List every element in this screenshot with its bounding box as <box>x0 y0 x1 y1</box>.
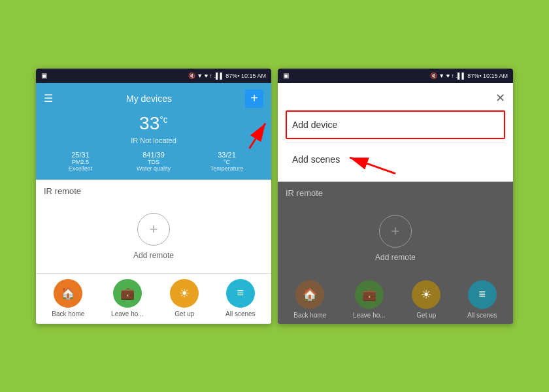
leaveho-icon-right: 💼 <box>355 280 384 309</box>
ir-remote-title-left: IR remote <box>36 180 271 200</box>
leaveho-icon-left: 💼 <box>113 279 142 308</box>
status-right-info: 🔇 ▼ ♥ ↑ .▌▌ 87%▪ 10:15 AM <box>188 73 266 79</box>
add-remote-circle-right[interactable]: + <box>379 215 412 248</box>
ir-remote-title-right: IR remote <box>278 182 513 202</box>
pm25-label: Excellent <box>44 165 117 172</box>
add-remote-area-right: + Add remote <box>278 202 513 275</box>
temp-label: Temperature <box>190 165 263 172</box>
temperature-display: 33°c <box>44 113 263 134</box>
temp-sub: °C <box>190 159 263 165</box>
getup-icon-right: ☀ <box>412 280 441 309</box>
add-remote-label-left: Add remote <box>133 251 174 260</box>
hamburger-icon[interactable]: ☰ <box>44 92 53 105</box>
close-button[interactable]: ✕ <box>495 91 505 105</box>
left-header: ☰ My devices + 33°c IR Not located 25/31… <box>36 83 271 180</box>
nav-item-backhome-left[interactable]: 🏠 Back home <box>52 279 84 318</box>
left-phone: ▣ 🔇 ▼ ♥ ↑ .▌▌ 87%▪ 10:15 AM ☰ My devices… <box>36 69 271 324</box>
menu-separator <box>286 142 505 142</box>
bottom-nav-left: 🏠 Back home 💼 Leave ho... ☀ Get up ≡ All… <box>36 273 271 323</box>
add-remote-label-right: Add remote <box>375 253 416 262</box>
nav-item-allscenes-left[interactable]: ≡ All scenes <box>225 279 256 318</box>
getup-icon-left: ☀ <box>170 279 199 308</box>
dark-section: IR remote + Add remote 🏠 Back home 💼 Lea… <box>278 182 513 324</box>
pm25-sub: PM2.5 <box>44 159 117 165</box>
add-device-menu-item[interactable]: Add device <box>286 110 505 139</box>
location-label: IR Not located <box>44 137 263 144</box>
getup-label-right: Get up <box>416 312 436 319</box>
status-bar-left: ▣ 🔇 ▼ ♥ ↑ .▌▌ 87%▪ 10:15 AM <box>36 69 271 83</box>
temp-value: 33/21 <box>190 151 263 159</box>
stats-row: 25/31 PM2.5 Excellent 841/39 TDS Water q… <box>44 151 263 172</box>
stat-tds: 841/39 TDS Water quality <box>117 151 190 172</box>
leaveho-label-right: Leave ho... <box>353 312 385 319</box>
pm25-value: 25/31 <box>44 151 117 159</box>
phones-wrapper: ▣ 🔇 ▼ ♥ ↑ .▌▌ 87%▪ 10:15 AM ☰ My devices… <box>36 69 513 324</box>
nav-item-leaveho-left[interactable]: 💼 Leave ho... <box>111 279 143 318</box>
bottom-nav-right: 🏠 Back home 💼 Leave ho... ☀ Get up ≡ All… <box>278 275 513 324</box>
stat-temp: 33/21 °C Temperature <box>190 151 263 172</box>
allscenes-label-left: All scenes <box>225 310 256 318</box>
nav-item-backhome-right[interactable]: 🏠 Back home <box>293 280 326 319</box>
backhome-icon-left: 🏠 <box>54 279 82 308</box>
backhome-icon-right: 🏠 <box>295 280 324 309</box>
nav-item-getup-right[interactable]: ☀ Get up <box>412 280 441 319</box>
add-remote-circle-left[interactable]: + <box>137 213 170 246</box>
nav-item-getup-left[interactable]: ☀ Get up <box>170 279 199 318</box>
getup-label-left: Get up <box>175 310 194 318</box>
backhome-label-left: Back home <box>52 310 84 318</box>
modal-area: ✕ Add device Add scenes <box>278 83 513 182</box>
nav-item-allscenes-right[interactable]: ≡ All scenes <box>467 280 497 319</box>
add-remote-area-left: + Add remote <box>36 200 271 273</box>
right-phone: ▣ 🔇 ▼ ♥ ↑ .▌▌ 87%▪ 10:15 AM ✕ Add device… <box>278 69 513 324</box>
stat-pm25: 25/31 PM2.5 Excellent <box>44 151 117 172</box>
backhome-label-right: Back home <box>293 312 326 319</box>
status-left-icon: ▣ <box>41 72 47 79</box>
add-device-button[interactable]: + <box>245 90 263 108</box>
allscenes-icon-right: ≡ <box>468 280 497 309</box>
status-right-left-icon: ▣ <box>283 72 289 79</box>
status-bar-right: ▣ 🔇 ▼ ♥ ↑ .▌▌ 87%▪ 10:15 AM <box>278 69 513 83</box>
status-right-right-info: 🔇 ▼ ♥ ↑ .▌▌ 87%▪ 10:15 AM <box>430 73 508 79</box>
header-title: My devices <box>53 93 245 104</box>
nav-item-leaveho-right[interactable]: 💼 Leave ho... <box>353 280 385 319</box>
tds-value: 841/39 <box>117 151 190 159</box>
allscenes-icon-left: ≡ <box>226 279 255 308</box>
leaveho-label-left: Leave ho... <box>111 310 143 318</box>
allscenes-label-right: All scenes <box>467 312 497 319</box>
add-scenes-menu-item[interactable]: Add scenes <box>286 145 505 174</box>
tds-label: Water quality <box>117 165 190 172</box>
tds-sub: TDS <box>117 159 190 165</box>
modal-close-row: ✕ <box>286 91 505 105</box>
